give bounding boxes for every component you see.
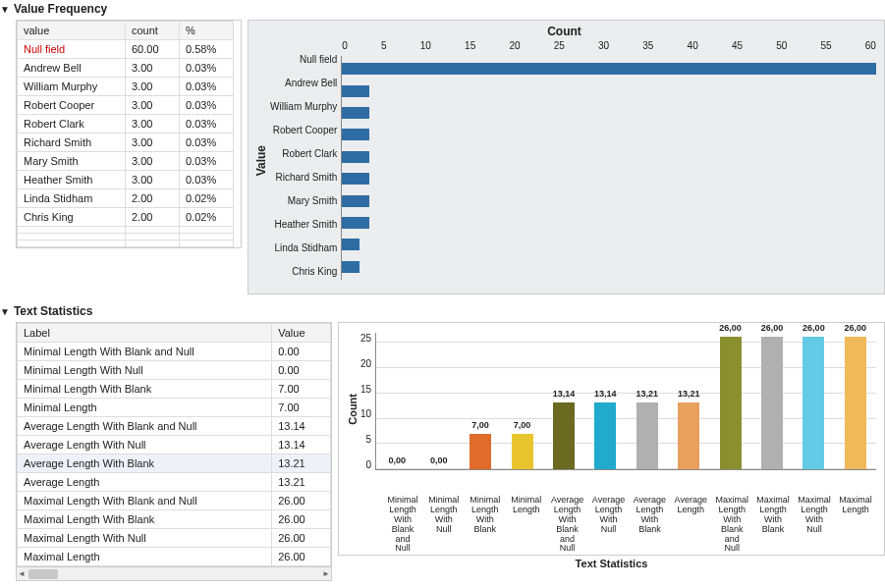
chart-tick-label: 50	[776, 40, 787, 51]
section-header-value-frequency[interactable]: ▼ Value Frequency	[0, 0, 885, 20]
chart-bar	[342, 217, 368, 229]
chart-bar	[342, 195, 368, 207]
table-row[interactable]	[18, 234, 234, 241]
chart-bar-column: 26,00	[794, 337, 834, 469]
cell-count: 3.00	[126, 59, 180, 78]
cell-value: 26.00	[272, 548, 331, 566]
col-header[interactable]: Label	[18, 324, 272, 343]
table-row[interactable]: Minimal Length7.00	[18, 399, 331, 417]
cell-value: Richard Smith	[18, 134, 126, 152]
chart-value-label: 13,21	[636, 389, 658, 399]
cell-label: Minimal Length	[18, 399, 272, 417]
chart-category-label: MinimalLengthWithBlankandNull	[383, 496, 422, 554]
chart-value-label: 26,00	[761, 323, 784, 333]
chart-value-label: 0,00	[430, 455, 448, 465]
table-row[interactable]	[18, 241, 234, 247]
chart-bar	[678, 402, 699, 469]
table-row[interactable]: William Murphy3.000.03%	[18, 78, 234, 96]
col-header[interactable]: %	[180, 22, 234, 40]
chart-tick-label: 10	[360, 408, 371, 419]
cell-value: Heather Smith	[18, 171, 126, 189]
col-header[interactable]: value	[18, 22, 126, 40]
scroll-left-icon[interactable]: ◄	[17, 569, 27, 579]
table-row[interactable]: Maximal Length26.00	[18, 548, 331, 566]
col-header[interactable]: count	[126, 22, 180, 40]
scrollbar-thumb[interactable]	[28, 569, 58, 579]
chart-value-label: 7,00	[471, 420, 489, 430]
cell-value: Robert Cooper	[18, 96, 126, 115]
horizontal-scrollbar[interactable]: ◄ ►	[17, 566, 331, 580]
cell-value: Andrew Bell	[18, 59, 126, 78]
cell-count: 2.00	[126, 208, 180, 227]
chart-category-label: MaximalLengthWithNull	[795, 496, 834, 554]
table-row[interactable]: Robert Clark3.000.03%	[18, 115, 234, 134]
chart-bar	[342, 239, 360, 250]
table-row[interactable]: Robert Cooper3.000.03%	[18, 96, 234, 115]
section-title: Text Statistics	[14, 304, 92, 318]
chart-tick-label: 5	[360, 434, 371, 445]
table-row[interactable]: Minimal Length With Blank7.00	[18, 380, 331, 399]
cell-label: Average Length With Blank and Null	[18, 417, 272, 436]
cell-value: Chris King	[18, 208, 126, 227]
chart-tick-label: 20	[509, 40, 520, 51]
chart-tick-label: Mary Smith	[270, 190, 341, 212]
table-row[interactable]: Average Length With Null13.14	[18, 436, 331, 454]
chart-bar-column: 26,00	[752, 337, 793, 469]
table-row[interactable]: Null field60.000.58%	[18, 40, 234, 59]
chart-tick-label: Robert Clark	[270, 143, 341, 165]
chart-value-label: 13,21	[678, 389, 700, 399]
table-row[interactable]: Average Length13.21	[18, 473, 331, 492]
table-row[interactable]: Maximal Length With Null26.00	[18, 529, 331, 548]
scroll-right-icon[interactable]: ►	[321, 569, 331, 579]
chart-category-label: AverageLengthWithBlankandNull	[547, 496, 586, 554]
chart-bar	[342, 107, 368, 119]
cell-pct: 0.03%	[180, 134, 234, 152]
chart-bar	[845, 337, 866, 469]
cell-count	[126, 227, 180, 234]
chart-tick-label: 30	[598, 40, 609, 51]
chart-tick-label: 55	[820, 40, 831, 51]
table-row[interactable]	[18, 227, 234, 234]
cell-value: Linda Stidham	[18, 189, 126, 208]
table-row[interactable]: Andrew Bell3.000.03%	[18, 59, 234, 78]
cell-value: 7.00	[272, 399, 331, 417]
cell-value: 26.00	[272, 492, 331, 510]
chart-bar-column: 7,00	[461, 434, 501, 469]
chart-category-label: MaximalLength	[836, 496, 875, 554]
table-row[interactable]: Chris King2.000.02%	[18, 208, 234, 227]
cell-value: 13.21	[272, 473, 331, 492]
cell-value: Null field	[18, 40, 126, 59]
table-row[interactable]: Maximal Length With Blank26.00	[18, 510, 331, 529]
table-row[interactable]: Richard Smith3.000.03%	[18, 134, 234, 152]
cell-label: Minimal Length With Blank and Null	[18, 343, 272, 361]
cell-pct: 0.03%	[180, 96, 234, 115]
table-row[interactable]: Heather Smith3.000.03%	[18, 171, 234, 189]
table-row[interactable]: Minimal Length With Null0.00	[18, 361, 331, 380]
text-statistics-table[interactable]: Label Value Minimal Length With Blank an…	[16, 322, 332, 581]
value-frequency-table[interactable]: value count % Null field60.000.58%Andrew…	[16, 20, 242, 248]
chart-tick-label: 40	[688, 40, 698, 51]
cell-value: Robert Clark	[18, 115, 126, 134]
text-statistics-chart: Count 2520151050 0,000,007,007,0013,1413…	[338, 322, 885, 556]
chart-category-label: MinimalLengthWithNull	[424, 496, 464, 554]
cell-pct: 0.03%	[180, 78, 234, 96]
chart-bar-column: 13,21	[669, 402, 709, 469]
table-row[interactable]: Minimal Length With Blank and Null0.00	[18, 343, 331, 361]
chart-tick-label: 15	[465, 40, 475, 51]
table-row[interactable]: Average Length With Blank and Null13.14	[18, 417, 331, 436]
chart-bar	[342, 85, 368, 97]
chart-bar	[594, 402, 616, 469]
table-row[interactable]: Average Length With Blank13.21	[18, 454, 331, 473]
chart-tick-label: Null field	[270, 49, 341, 71]
col-header[interactable]: Value	[272, 324, 331, 343]
table-row[interactable]: Linda Stidham2.000.02%	[18, 189, 234, 208]
cell-count	[126, 234, 180, 241]
section-header-text-statistics[interactable]: ▼ Text Statistics	[0, 302, 885, 322]
cell-value: Mary Smith	[18, 152, 126, 171]
chart-tick-label: 20	[360, 358, 371, 369]
cell-count: 3.00	[126, 78, 180, 96]
table-row[interactable]: Maximal Length With Blank and Null26.00	[18, 492, 331, 510]
cell-count: 3.00	[126, 134, 180, 152]
table-row[interactable]: Mary Smith3.000.03%	[18, 152, 234, 171]
cell-count: 2.00	[126, 189, 180, 208]
